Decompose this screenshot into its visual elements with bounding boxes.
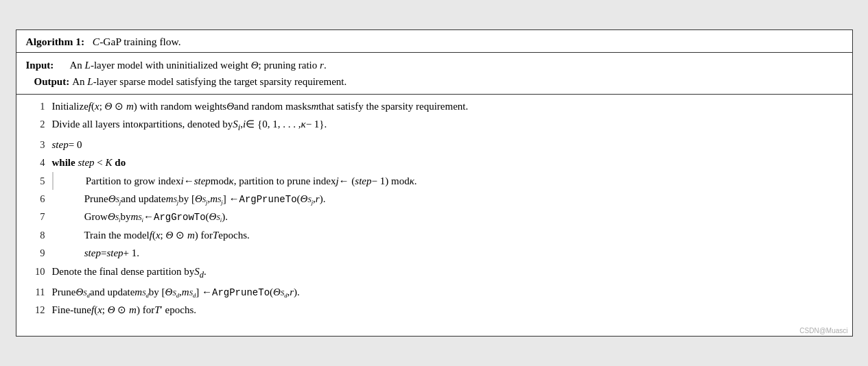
line-content-12: Fine-tune f(x; Θ ⊙ m) for T′ epochs. — [52, 301, 843, 319]
line-number-8: 8 — [26, 227, 45, 244]
line-number-10: 10 — [26, 263, 45, 280]
line-number-11: 11 — [26, 284, 45, 301]
line-number-6: 6 — [26, 191, 45, 208]
line-content-4: while step < K do — [52, 154, 843, 171]
input-line: Input: An L-layer model with uninitializ… — [26, 57, 843, 73]
line-content-10: Denote the final dense partition by Sd. — [52, 263, 843, 283]
algo-line-1: 1 Initialize f(x; Θ ⊙ m) with random wei… — [26, 97, 843, 115]
algorithm-label: Algorithm 1: — [26, 36, 85, 47]
input-label: Input: — [26, 57, 67, 73]
watermark: CSDN@Muasci — [16, 326, 852, 336]
line-content-9: step = step + 1. — [52, 244, 843, 262]
algorithm-name: C-GaP training flow. — [93, 36, 181, 47]
output-content: An L-layer sparse model satisfying the t… — [72, 73, 842, 90]
algo-line-9: 9 step = step + 1. — [26, 244, 843, 262]
input-output-section: Input: An L-layer model with uninitializ… — [16, 53, 852, 95]
line-content-5: Partition to grow index i ← step mod κ, … — [52, 172, 843, 190]
algorithm-body: 1 Initialize f(x; Θ ⊙ m) with random wei… — [16, 95, 852, 326]
output-line: Output: An L-layer sparse model satisfyi… — [26, 73, 843, 90]
algo-line-11: 11 Prune ΘSd and update mSd by [ΘSd, mSd… — [26, 283, 843, 302]
line-content-8: Train the model f(x; Θ ⊙ m) for T epochs… — [52, 226, 843, 244]
line-number-2: 2 — [26, 116, 45, 133]
algo-line-5: 5 Partition to grow index i ← step mod κ… — [26, 172, 843, 190]
algo-line-10: 10 Denote the final dense partition by S… — [26, 263, 843, 283]
line-content-6: Prune ΘSj and update mSj by [ΘSj, mSj] ←… — [52, 190, 843, 208]
line-number-3: 3 — [26, 136, 45, 154]
line-content-7: Grow ΘSi by mSi ← ArgGrowTo(ΘSi). — [52, 208, 843, 226]
algo-line-6: 6 Prune ΘSj and update mSj by [ΘSj, mSj]… — [26, 190, 843, 208]
line-number-1: 1 — [26, 98, 45, 115]
algorithm-box: Algorithm 1: C-GaP training flow. Input:… — [16, 29, 853, 337]
algo-line-4: 4 while step < K do — [26, 154, 843, 171]
algo-line-7: 7 Grow ΘSi by mSi ← ArgGrowTo(ΘSi). — [26, 208, 843, 226]
input-content: An L-layer model with uninitialized weig… — [70, 57, 843, 73]
line-content-1: Initialize f(x; Θ ⊙ m) with random weigh… — [52, 97, 843, 115]
line-number-4: 4 — [26, 154, 45, 171]
line-content-3: step = 0 — [52, 136, 843, 154]
algo-line-8: 8 Train the model f(x; Θ ⊙ m) for T epoc… — [26, 226, 843, 244]
line-number-9: 9 — [26, 245, 45, 262]
algorithm-title-bar: Algorithm 1: C-GaP training flow. — [16, 30, 852, 53]
algo-line-12: 12 Fine-tune f(x; Θ ⊙ m) for T′ epochs. — [26, 301, 843, 319]
line-number-7: 7 — [26, 208, 45, 225]
line-number-5: 5 — [26, 173, 45, 190]
algo-line-2: 2 Divide all layers into κ partitions, d… — [26, 115, 843, 136]
line-content-11: Prune ΘSd and update mSd by [ΘSd, mSd] ←… — [52, 283, 843, 302]
output-label: Output: — [26, 73, 70, 90]
line-number-12: 12 — [26, 302, 45, 319]
algo-line-3: 3 step = 0 — [26, 136, 843, 154]
line-content-2: Divide all layers into κ partitions, den… — [52, 115, 843, 136]
